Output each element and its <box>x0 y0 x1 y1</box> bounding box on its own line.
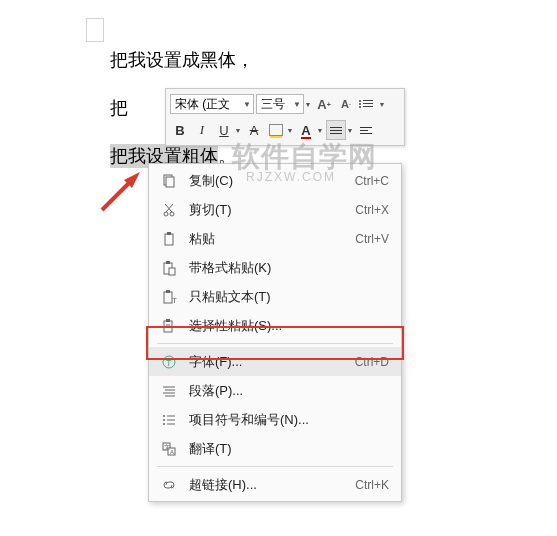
menu-item-paste-fmt[interactable]: 带格式粘贴(K) <box>149 253 401 282</box>
annotation-arrow <box>96 166 146 216</box>
svg-point-24 <box>163 415 165 417</box>
chevron-down-icon[interactable]: ▼ <box>304 101 312 108</box>
svg-rect-7 <box>167 232 171 235</box>
chevron-down-icon[interactable]: ▼ <box>378 101 386 108</box>
menu-item-shortcut: Ctrl+K <box>355 478 389 492</box>
svg-text:A: A <box>170 449 174 455</box>
svg-rect-15 <box>166 319 170 322</box>
menu-item-label: 只粘贴文本(T) <box>189 288 271 306</box>
menu-item-shortcut: Ctrl+D <box>355 355 389 369</box>
font-name-value: 宋体 (正文 <box>175 96 230 113</box>
svg-rect-10 <box>169 268 175 275</box>
paste-fmt-icon <box>159 259 179 277</box>
underline-button[interactable]: U <box>214 120 234 140</box>
strikethrough-button[interactable]: A <box>244 120 264 140</box>
menu-item-label: 剪切(T) <box>189 201 232 219</box>
chevron-down-icon: ▼ <box>243 100 251 109</box>
paste-sel-icon <box>159 317 179 335</box>
link-icon <box>159 476 179 494</box>
menu-item-label: 超链接(H)... <box>189 476 257 494</box>
highlight-icon <box>269 124 283 136</box>
svg-rect-11 <box>164 292 172 303</box>
menu-item-label: 段落(P)... <box>189 382 243 400</box>
menu-item-shortcut: Ctrl+C <box>355 174 389 188</box>
svg-point-3 <box>170 212 174 216</box>
svg-rect-9 <box>166 261 170 264</box>
cut-icon <box>159 201 179 219</box>
font-size-select[interactable]: 三号 ▼ <box>256 94 304 114</box>
lines-icon <box>330 127 342 134</box>
menu-item-paragraph[interactable]: 段落(P)... <box>149 376 401 405</box>
menu-item-link[interactable]: 超链接(H)...Ctrl+K <box>149 470 401 499</box>
chevron-down-icon[interactable]: ▼ <box>234 127 242 134</box>
decrease-font-button[interactable]: A- <box>336 94 356 114</box>
menu-item-label: 字体(F)... <box>189 353 242 371</box>
font-name-select[interactable]: 宋体 (正文 ▼ <box>170 94 254 114</box>
svg-point-28 <box>163 423 165 425</box>
increase-font-button[interactable]: A+ <box>314 94 334 114</box>
font-icon: T <box>159 353 179 371</box>
svg-point-2 <box>164 212 168 216</box>
svg-rect-12 <box>166 290 170 293</box>
copy-icon <box>159 172 179 190</box>
svg-text:T: T <box>172 296 177 305</box>
svg-rect-1 <box>166 177 174 187</box>
font-color-button[interactable]: A <box>296 120 316 140</box>
paste-icon <box>159 230 179 248</box>
menu-item-shortcut: Ctrl+X <box>355 203 389 217</box>
menu-item-label: 选择性粘贴(S)... <box>189 317 282 335</box>
page-corner-marker <box>86 18 104 42</box>
chevron-down-icon: ▼ <box>293 100 301 109</box>
list-style-button[interactable] <box>358 94 378 114</box>
menu-item-paste-text[interactable]: T只粘贴文本(T) <box>149 282 401 311</box>
bold-button[interactable]: B <box>170 120 190 140</box>
menu-item-label: 带格式粘贴(K) <box>189 259 271 277</box>
menu-item-label: 粘贴 <box>189 230 215 248</box>
svg-line-5 <box>165 204 172 212</box>
menu-item-bullets[interactable]: 项目符号和编号(N)... <box>149 405 401 434</box>
chevron-down-icon[interactable]: ▼ <box>346 127 354 134</box>
svg-line-4 <box>166 204 173 212</box>
paste-text-icon: T <box>159 288 179 306</box>
font-color-icon: A <box>301 123 310 138</box>
menu-item-label: 项目符号和编号(N)... <box>189 411 309 429</box>
chevron-down-icon[interactable]: ▼ <box>286 127 294 134</box>
menu-item-font[interactable]: T字体(F)...Ctrl+D <box>149 347 401 376</box>
svg-rect-6 <box>165 234 173 245</box>
line-spacing-button[interactable] <box>326 120 346 140</box>
menu-separator <box>157 466 393 467</box>
text-line-2-prefix: 把 <box>110 98 128 118</box>
menu-item-shortcut: Ctrl+V <box>355 232 389 246</box>
menu-item-translate[interactable]: 文A翻译(T) <box>149 434 401 463</box>
menu-item-label: 复制(C) <box>189 172 233 190</box>
font-size-value: 三号 <box>261 96 285 113</box>
chevron-down-icon[interactable]: ▼ <box>316 127 324 134</box>
menu-item-cut[interactable]: 剪切(T)Ctrl+X <box>149 195 401 224</box>
paragraph-align-button[interactable] <box>356 120 376 140</box>
menu-separator <box>157 343 393 344</box>
menu-item-paste-sel[interactable]: 选择性粘贴(S)... <box>149 311 401 340</box>
svg-text:T: T <box>166 358 172 368</box>
highlight-button[interactable] <box>266 120 286 140</box>
context-menu: 复制(C)Ctrl+C剪切(T)Ctrl+X粘贴Ctrl+V带格式粘贴(K)T只… <box>148 163 402 502</box>
menu-item-copy[interactable]: 复制(C)Ctrl+C <box>149 166 401 195</box>
bullets-icon <box>159 411 179 429</box>
mini-format-toolbar: 宋体 (正文 ▼ 三号 ▼ ▼ A+ A- ▼ B I U ▼ A ▼ A ▼ … <box>165 88 405 146</box>
text-line-1: 把我设置成黑体， <box>110 48 254 72</box>
menu-item-label: 翻译(T) <box>189 440 232 458</box>
list-icon <box>363 100 373 108</box>
menu-item-paste[interactable]: 粘贴Ctrl+V <box>149 224 401 253</box>
paragraph-icon <box>159 382 179 400</box>
paragraph-icon <box>360 127 372 134</box>
italic-button[interactable]: I <box>192 120 212 140</box>
translate-icon: 文A <box>159 440 179 458</box>
svg-point-26 <box>163 419 165 421</box>
